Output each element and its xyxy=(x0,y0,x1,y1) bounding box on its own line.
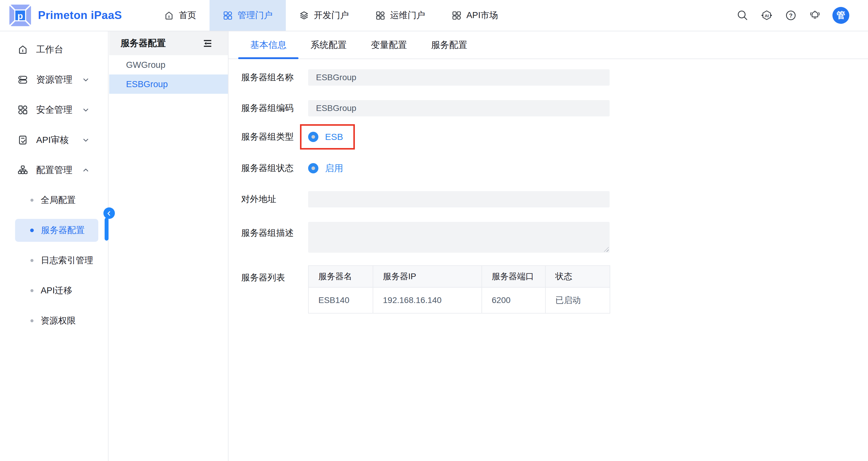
radio-option-label: 启用 xyxy=(325,162,343,175)
column-header-status: 状态 xyxy=(546,266,610,287)
sidebar: 工作台 资源管理 安全管理 xyxy=(0,31,108,461)
sidebar-subitem-api-migration[interactable]: API迁移 xyxy=(0,276,108,306)
sidebar-subitem-label: 全局配置 xyxy=(41,194,76,206)
chevron-left-icon xyxy=(105,210,113,217)
server-group-item-gwgroup[interactable]: GWGroup xyxy=(109,55,228,74)
server-group-item-esbgroup[interactable]: ESBGroup xyxy=(109,74,228,94)
sidebar-subitem-server-config[interactable]: 服务器配置 xyxy=(0,215,108,245)
tab-label: 服务配置 xyxy=(431,39,467,51)
document-check-icon xyxy=(18,135,28,145)
tab-service-config[interactable]: 服务配置 xyxy=(431,31,467,59)
top-nav: 首页 管理门户 xyxy=(151,0,512,31)
field-label: 对外地址 xyxy=(241,193,308,205)
sidebar-subitem-log-index-mgmt[interactable]: 日志索引管理 xyxy=(0,245,108,276)
sidebar-scrollbar-thumb[interactable] xyxy=(104,218,108,241)
nav-item-ops-portal[interactable]: 运维门户 xyxy=(362,0,438,31)
grid-icon xyxy=(452,10,462,21)
sidebar-subitem-global-config[interactable]: 全局配置 xyxy=(0,185,108,215)
table-row: ESB140 192.168.16.140 6200 已启动 xyxy=(308,287,610,313)
tab-system-config[interactable]: 系统配置 xyxy=(311,31,347,59)
top-bar: p Primeton iPaaS 首页 xyxy=(0,0,868,31)
main-content: 基本信息 系统配置 变量配置 服务配置 服务器组名称 服务器组编码 服务 xyxy=(228,31,868,461)
sidebar-item-resource-mgmt[interactable]: 资源管理 xyxy=(0,64,108,95)
cell-server-name: ESB140 xyxy=(308,287,373,313)
chevron-down-icon xyxy=(82,136,90,144)
notifications-bell-icon[interactable] xyxy=(808,9,822,22)
grid-icon xyxy=(223,10,233,21)
nav-item-label: API市场 xyxy=(466,9,498,22)
form-row-status: 服务器组状态 启用 xyxy=(241,160,868,176)
server-group-code-input[interactable] xyxy=(308,100,610,116)
field-label: 服务器列表 xyxy=(241,265,308,284)
grid-icon xyxy=(375,10,385,21)
search-icon[interactable] xyxy=(736,9,749,22)
brand: p Primeton iPaaS xyxy=(0,0,151,31)
nav-item-dev-portal[interactable]: 开发门户 xyxy=(286,0,362,31)
server-group-name-input[interactable] xyxy=(308,69,610,86)
top-actions: AI ? 管 xyxy=(736,0,868,31)
nav-item-api-market[interactable]: API市场 xyxy=(438,0,512,31)
field-label: 服务器组编码 xyxy=(241,102,308,114)
server-group-label: ESBGroup xyxy=(126,79,168,89)
bullet-dot-icon xyxy=(30,259,33,262)
sidebar-item-workbench[interactable]: 工作台 xyxy=(0,34,108,64)
bullet-dot-icon xyxy=(30,319,33,322)
field-label: 服务器组描述 xyxy=(241,222,308,239)
security-grid-icon xyxy=(18,104,28,115)
form-row-address: 对外地址 xyxy=(241,191,868,208)
radio-option-label: ESB xyxy=(325,132,343,142)
nav-item-label: 运维门户 xyxy=(390,9,425,22)
sidebar-item-label: 资源管理 xyxy=(36,73,72,86)
tab-basic-info[interactable]: 基本信息 xyxy=(250,31,286,59)
sitemap-icon xyxy=(18,165,28,176)
layers-icon xyxy=(299,10,309,21)
svg-text:?: ? xyxy=(789,12,793,19)
nav-item-admin-portal[interactable]: 管理门户 xyxy=(210,0,286,31)
sidebar-item-security-mgmt[interactable]: 安全管理 xyxy=(0,95,108,125)
help-icon[interactable]: ? xyxy=(784,9,798,22)
description-textarea-wrap xyxy=(308,222,610,253)
tab-label: 基本信息 xyxy=(250,39,286,51)
tab-label: 系统配置 xyxy=(311,39,347,51)
chevron-down-icon xyxy=(82,106,90,114)
svg-text:p: p xyxy=(18,11,23,21)
workbench-home-icon xyxy=(18,44,28,55)
sidebar-collapse-button[interactable] xyxy=(103,208,115,219)
tab-label: 变量配置 xyxy=(371,39,407,51)
server-group-form: 服务器组名称 服务器组编码 服务器组类型 ESB 服务器组状态 xyxy=(228,59,868,313)
radio-selected-icon[interactable] xyxy=(308,163,318,173)
cell-server-ip: 192.168.16.140 xyxy=(373,287,482,313)
red-highlight-box: ESB xyxy=(300,124,355,150)
sidebar-subitem-resource-permission[interactable]: 资源权限 xyxy=(0,306,108,336)
sidebar-item-label: 工作台 xyxy=(36,43,63,56)
sidebar-item-config-mgmt[interactable]: 配置管理 xyxy=(0,155,108,185)
app-window: p Primeton iPaaS 首页 xyxy=(0,0,868,461)
nav-item-label: 开发门户 xyxy=(314,9,349,22)
column-header-server-port: 服务器端口 xyxy=(482,266,546,287)
ai-assistant-icon[interactable]: AI xyxy=(760,9,773,22)
form-row-description: 服务器组描述 xyxy=(241,222,868,253)
brand-name: Primeton iPaaS xyxy=(38,9,122,22)
form-row-server-list: 服务器列表 服务器名 服务器IP 服务器端口 状态 ESB140 19 xyxy=(241,265,868,313)
sidebar-item-api-audit[interactable]: API审核 xyxy=(0,125,108,155)
collapse-list-icon[interactable] xyxy=(202,38,213,49)
field-label: 服务器组状态 xyxy=(241,162,308,174)
sidebar-subitem-label: 日志索引管理 xyxy=(41,254,93,267)
external-address-input[interactable] xyxy=(308,191,610,208)
home-icon xyxy=(164,10,174,21)
radio-selected-icon[interactable] xyxy=(308,132,318,142)
svg-text:AI: AI xyxy=(765,13,769,18)
chevron-down-icon xyxy=(82,76,90,84)
primeton-logo-icon: p xyxy=(9,4,31,27)
panel-header: 服务器配置 xyxy=(109,31,228,55)
user-avatar[interactable]: 管 xyxy=(832,7,849,24)
table-header-row: 服务器名 服务器IP 服务器端口 状态 xyxy=(308,266,610,287)
panel-title: 服务器配置 xyxy=(121,37,166,50)
sidebar-subitem-label: 资源权限 xyxy=(41,315,76,327)
tab-variable-config[interactable]: 变量配置 xyxy=(371,31,407,59)
bullet-dot-icon xyxy=(30,289,33,292)
server-group-description-textarea[interactable] xyxy=(308,222,610,253)
cell-status: 已启动 xyxy=(546,287,610,313)
nav-item-home[interactable]: 首页 xyxy=(151,0,210,31)
server-list-table: 服务器名 服务器IP 服务器端口 状态 ESB140 192.168.16.14… xyxy=(308,265,610,313)
